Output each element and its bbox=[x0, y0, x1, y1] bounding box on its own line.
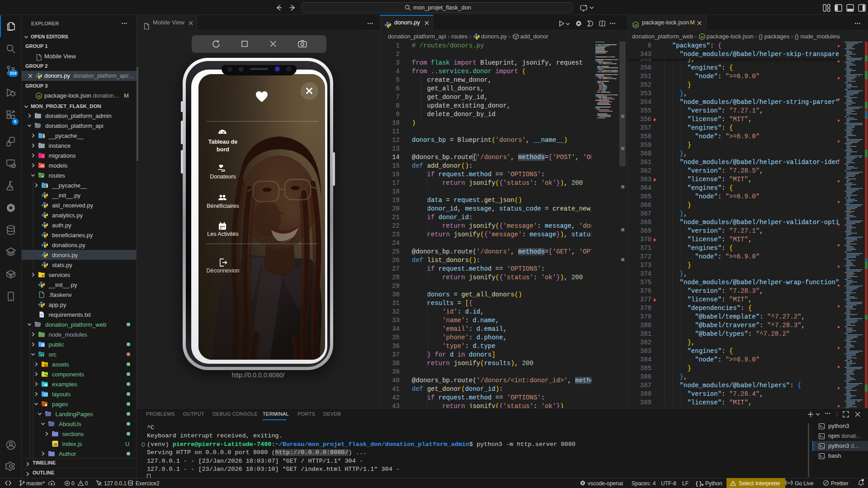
svg-text:JS: JS bbox=[53, 442, 57, 446]
svg-text:JS: JS bbox=[700, 36, 703, 38]
svg-text:JS: JS bbox=[634, 24, 637, 27]
svg-text:JS: JS bbox=[37, 95, 40, 98]
